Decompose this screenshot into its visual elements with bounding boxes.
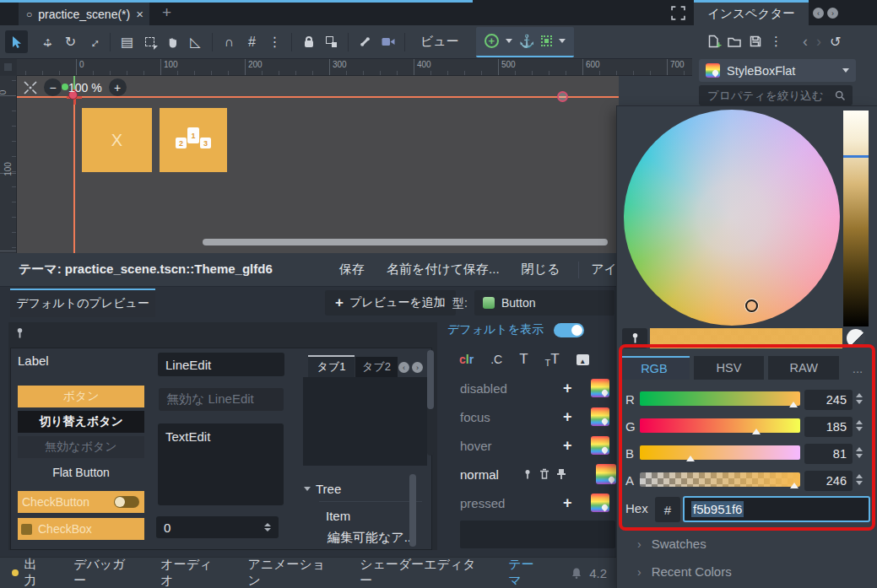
- bottom-tab-shader-editor[interactable]: シェーダーエディター: [360, 557, 483, 588]
- preview-toggle-button[interactable]: 切り替えボタン: [18, 411, 144, 433]
- distraction-free-icon[interactable]: [671, 6, 685, 20]
- spinner-arrows-icon[interactable]: [856, 474, 863, 485]
- resource-options-menu[interactable]: ⋮: [770, 34, 782, 49]
- stylebox-icon[interactable]: [591, 494, 609, 512]
- spinner-arrows-icon[interactable]: [856, 420, 863, 431]
- add-scene-tab-button[interactable]: +: [162, 3, 171, 22]
- color-wheel-cursor[interactable]: [745, 299, 758, 312]
- scale-tool[interactable]: ↔: [82, 30, 105, 53]
- zoom-in-button[interactable]: +: [109, 78, 127, 96]
- swatches-section[interactable]: › Swatches: [637, 537, 706, 551]
- tree-scrollbar[interactable]: [409, 474, 416, 547]
- camera-override-icon[interactable]: [376, 30, 399, 53]
- stylebox-icon[interactable]: [591, 379, 609, 397]
- view-menu[interactable]: ビュー: [410, 34, 469, 50]
- horizontal-ruler[interactable]: 0 100 200 300 400 500 600 700: [17, 59, 692, 76]
- type-dropdown[interactable]: Button: [474, 290, 614, 316]
- preview-check-button[interactable]: CheckButton: [18, 491, 144, 513]
- show-default-toggle[interactable]: [554, 323, 584, 337]
- notification-bell-icon[interactable]: [571, 567, 582, 580]
- g-value[interactable]: 185: [804, 417, 853, 437]
- close-icon[interactable]: ×: [136, 7, 143, 21]
- r-slider-thumb[interactable]: [789, 402, 798, 407]
- stylebox-icon[interactable]: [591, 436, 609, 455]
- pin-value-icon[interactable]: [519, 468, 536, 481]
- tab-rgb[interactable]: RGB: [619, 356, 690, 380]
- spinner-arrows-icon[interactable]: [856, 393, 863, 404]
- vertical-ruler[interactable]: 0 100: [0, 76, 17, 253]
- g-slider-thumb[interactable]: [752, 429, 761, 434]
- property-filter[interactable]: [699, 85, 853, 105]
- value-slider[interactable]: [843, 111, 869, 326]
- a-value[interactable]: 246: [804, 471, 853, 491]
- zoom-out-button[interactable]: −: [44, 78, 62, 96]
- theme-save-button[interactable]: 保存: [339, 262, 365, 278]
- property-filter-input[interactable]: [706, 89, 827, 103]
- new-resource-icon[interactable]: +: [707, 35, 719, 48]
- bottom-tab-debugger[interactable]: デバッガー: [73, 557, 135, 588]
- tab-fonts[interactable]: T: [519, 351, 528, 368]
- tab-colors[interactable]: clr: [459, 353, 474, 366]
- hex-input[interactable]: f5b951f6: [683, 496, 870, 522]
- anchor-preset-icon[interactable]: [541, 35, 552, 46]
- tab-more[interactable]: ...: [843, 356, 872, 380]
- pick-from-screen-icon[interactable]: [847, 329, 865, 348]
- load-resource-icon[interactable]: [728, 36, 741, 47]
- group-icon[interactable]: [320, 30, 343, 53]
- recent-colors-section[interactable]: › Recent Colors: [637, 564, 732, 579]
- bottom-tab-animation[interactable]: アニメーション: [248, 557, 335, 588]
- ruler-tool[interactable]: ◺: [184, 30, 207, 53]
- pivot-ring-handle[interactable]: [557, 91, 568, 102]
- color-wheel[interactable]: [624, 110, 840, 326]
- bottom-tab-output[interactable]: 出力: [12, 557, 48, 588]
- spinner-arrows-icon[interactable]: [856, 447, 863, 458]
- stylebox-icon-selected[interactable]: [596, 464, 616, 484]
- value-slider-indicator[interactable]: [843, 155, 869, 158]
- picker-pin-icon[interactable]: [15, 326, 24, 340]
- tab-scroll-right-icon[interactable]: ›: [412, 362, 423, 373]
- skeleton-bone-icon[interactable]: [354, 30, 376, 53]
- canvas-hscrollbar[interactable]: [203, 239, 608, 245]
- r-value[interactable]: 245: [804, 390, 853, 410]
- rotate-tool[interactable]: ↻: [59, 30, 82, 53]
- bottom-tab-theme[interactable]: テーマ: [508, 557, 545, 588]
- preview-tab2[interactable]: タブ2: [355, 357, 398, 377]
- canvas-viewport[interactable]: X 1 2 3 − 100 % +: [17, 76, 619, 253]
- b-slider[interactable]: [640, 445, 800, 460]
- bottom-tab-audio[interactable]: オーディオ: [160, 557, 222, 588]
- tab-inspector[interactable]: インスペクター: [694, 0, 809, 25]
- add-style-button[interactable]: +: [563, 494, 572, 512]
- current-color-sample[interactable]: [650, 328, 842, 348]
- preview-tab1[interactable]: タブ1: [308, 355, 355, 377]
- dock-prev-icon[interactable]: ‹: [813, 8, 824, 19]
- move-pivot-tool[interactable]: [138, 30, 161, 53]
- smart-snap-icon[interactable]: ∩: [218, 30, 241, 53]
- tab-raw[interactable]: RAW: [768, 356, 839, 380]
- pushpin-icon[interactable]: [553, 468, 570, 480]
- add-style-button[interactable]: +: [563, 408, 572, 426]
- chevron-down-icon[interactable]: [506, 39, 512, 43]
- grid-snap-icon[interactable]: #: [241, 30, 263, 53]
- history-icon[interactable]: ↺: [830, 34, 841, 50]
- anchor-icon[interactable]: ⚓: [519, 34, 535, 49]
- preview-scrollbar-thumb[interactable]: [427, 350, 434, 409]
- tab-hsv[interactable]: HSV: [694, 356, 765, 380]
- zoom-level[interactable]: 100 %: [68, 81, 102, 94]
- spinner-arrows-icon[interactable]: [264, 523, 271, 531]
- snap-options-menu[interactable]: ⋮: [263, 30, 286, 53]
- save-resource-icon[interactable]: [750, 35, 761, 47]
- chevron-down-icon[interactable]: [559, 39, 566, 43]
- scene-button-podium[interactable]: 1 2 3: [160, 108, 227, 172]
- a-slider[interactable]: [640, 472, 800, 487]
- tab-font-sizes[interactable]: TT: [545, 351, 560, 368]
- resource-dropdown[interactable]: StyleBoxFlat: [699, 59, 856, 82]
- b-slider-thumb[interactable]: [686, 456, 695, 461]
- select-tool[interactable]: [5, 30, 28, 53]
- b-value[interactable]: 81: [804, 444, 853, 464]
- preview-button[interactable]: ボタン: [18, 386, 144, 407]
- theme-close-button[interactable]: 閉じる: [522, 262, 560, 278]
- preview-tree[interactable]: Tree: [304, 482, 341, 496]
- theme-save-as-button[interactable]: 名前を付けて保存...: [387, 262, 500, 278]
- r-slider[interactable]: [640, 391, 800, 406]
- g-slider[interactable]: [640, 418, 800, 433]
